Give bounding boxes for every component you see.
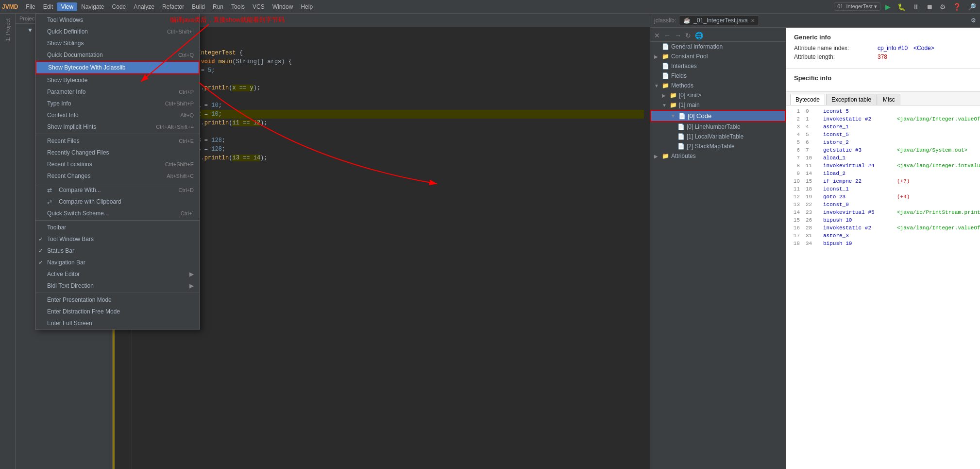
tree-node-fields[interactable]: 📄 Fields (650, 71, 786, 81)
menu-item-label: Navigation Bar (47, 259, 85, 266)
menu-refactor[interactable]: Refactor (158, 2, 188, 11)
project-tab[interactable]: 1: Project (4, 16, 12, 44)
menu-item-active-editor[interactable]: Active Editor▶ (35, 268, 200, 280)
coverage-button[interactable]: ⏸ (911, 2, 921, 12)
menu-vcs[interactable]: VCS (249, 2, 269, 11)
menu-shortcut: Ctrl+Shift+E (165, 161, 194, 167)
menu-item-presentation-mode[interactable]: Enter Presentation Mode (35, 294, 200, 306)
tree-node-attributes[interactable]: ▶ 📁 Attributes (650, 151, 786, 161)
menu-item-context-info[interactable]: Context InfoAlt+Q (35, 109, 200, 121)
specific-info-title: Specific info (794, 74, 972, 82)
bytecode-row: 34astore_1 (786, 123, 980, 131)
jclasslib-tab[interactable]: ☕ _01_IntegerTest.java ✕ (679, 16, 759, 25)
jc-back-btn[interactable]: ← (664, 32, 671, 39)
menu-item-distraction-free[interactable]: Enter Distraction Free Mode (35, 306, 200, 317)
tree-node-stack-map[interactable]: 📄 [2] StackMapTable (650, 141, 786, 151)
bc-tab-misc[interactable]: Misc (878, 94, 900, 105)
menu-help[interactable]: Help (297, 2, 317, 11)
bytecode-row: 1118iconst_1 (786, 185, 980, 193)
menu-item-type-info[interactable]: Type InfoCtrl+Shift+P (35, 98, 200, 109)
bc-row-arg: <java/lang/System.out> (897, 147, 967, 153)
menu-item-label: Recently Changed Files (47, 149, 109, 156)
menu-edit[interactable]: Edit (39, 2, 57, 11)
menu-item-tool-window-bars[interactable]: ✓Tool Window Bars (35, 233, 200, 245)
run-config-selector[interactable]: 01_IntegerTest ▾ (834, 2, 880, 11)
jclasslib-tab-icon: ☕ (683, 17, 691, 24)
menu-item-show-bytecode-jclasslib[interactable]: Show Bytecode With Jclasslib (35, 61, 200, 74)
tree-node-local-variable[interactable]: 📄 [1] LocalVariableTable (650, 132, 786, 141)
help-icon[interactable]: ❓ (951, 2, 963, 12)
menu-view[interactable]: View (57, 2, 77, 11)
bc-tab-bytecode[interactable]: Bytecode (790, 94, 825, 105)
bc-row-instruction: astore_1 (823, 124, 891, 130)
menu-item-recently-changed[interactable]: Recently Changed Files (35, 147, 200, 158)
bc-row-num: 9 (790, 171, 800, 176)
file-icon-lnt: 📄 (677, 123, 685, 130)
menu-item-tool-windows[interactable]: Tool Windows (35, 14, 200, 26)
menu-item-compare-clipboard[interactable]: ⇄Compare with Clipboard (35, 196, 200, 208)
code-editor[interactable]: package _10; public class _01_IntegerTes… (132, 27, 650, 469)
menu-code[interactable]: Code (108, 2, 130, 11)
bc-row-offset: 10 (806, 155, 817, 161)
bc-row-num: 17 (790, 233, 800, 239)
jc-external-btn[interactable]: 🌐 (695, 32, 703, 39)
jc-close-btn[interactable]: ✕ (654, 32, 660, 39)
menu-item-recent-locations[interactable]: Recent LocationsCtrl+Shift+E (35, 158, 200, 170)
tree-node-code[interactable]: ▼ 📄 [0] Code (650, 110, 786, 122)
code-line-18 (138, 180, 644, 189)
menu-item-full-screen[interactable]: Enter Full Screen (35, 317, 200, 329)
bc-row-offset: 34 (806, 241, 817, 246)
stop-button[interactable]: ⏹ (924, 2, 935, 12)
menu-item-quick-switch[interactable]: Quick Switch Scheme...Ctrl+` (35, 208, 200, 219)
tree-node-methods[interactable]: ▼ 📁 Methods (650, 81, 786, 90)
menu-shortcut: Ctrl+P (179, 89, 194, 95)
settings-icon[interactable]: ⚙ (938, 2, 948, 12)
menu-run[interactable]: Run (209, 2, 227, 11)
menu-item-compare-with[interactable]: ⇄Compare With...Ctrl+D (35, 184, 200, 196)
menu-build[interactable]: Build (188, 2, 209, 11)
menu-item-navigation-bar[interactable]: ✓Navigation Bar (35, 257, 200, 268)
bytecode-row: 914iload_2 (786, 170, 980, 177)
attr-name-value[interactable]: cp_info #10 (878, 45, 908, 52)
menu-window[interactable]: Window (269, 2, 297, 11)
menu-item-show-bytecode[interactable]: Show Bytecode (35, 74, 200, 86)
tree-node-interfaces[interactable]: 📄 Interfaces (650, 61, 786, 71)
menu-tools[interactable]: Tools (227, 2, 249, 11)
bc-row-offset: 31 (806, 233, 817, 239)
debug-button[interactable]: 🐛 (896, 2, 908, 12)
search-icon[interactable]: 🔎 (966, 2, 978, 12)
bc-row-num: 6 (790, 147, 800, 153)
tree-node-main[interactable]: ▼ 📁 [1] main (650, 100, 786, 110)
project-label: Project (19, 16, 36, 21)
jclasslib-tab-close[interactable]: ✕ (751, 18, 755, 23)
menu-analyze[interactable]: Analyze (130, 2, 158, 11)
jc-forward-btn[interactable]: → (675, 32, 681, 39)
menu-shortcut: Ctrl+Shift+I (167, 29, 194, 35)
menu-item-status-bar[interactable]: ✓Status Bar (35, 245, 200, 257)
menu-file[interactable]: File (22, 2, 39, 11)
bytecode-row: 1423invokevirtual #5<java/io/PrintStream… (786, 208, 980, 216)
menu-item-quick-documentation[interactable]: Quick DocumentationCtrl+Q (35, 49, 200, 61)
menu-item-parameter-info[interactable]: Parameter InfoCtrl+P (35, 86, 200, 98)
menu-item-recent-files[interactable]: Recent FilesCtrl+E (35, 135, 200, 147)
menu-item-show-siblings[interactable]: Show Siblings (35, 37, 200, 49)
code-line-5: Integer x = 5; (138, 66, 644, 75)
bc-tab-exception[interactable]: Exception table (826, 94, 877, 105)
tree-node-init[interactable]: ▶ 📁 [0] <init> (650, 90, 786, 100)
menubar: JVMD File Edit View Navigate Code Analyz… (0, 0, 980, 14)
jc-refresh-btn[interactable]: ↻ (685, 32, 691, 39)
menu-item-recent-changes[interactable]: Recent ChangesAlt+Shift+C (35, 170, 200, 182)
menu-item-toolbar[interactable]: Toolbar (35, 222, 200, 233)
tree-node-general-info[interactable]: 📄 General Information (650, 42, 786, 52)
run-button[interactable]: ▶ (883, 2, 893, 12)
tree-node-constant-pool[interactable]: ▶ 📁 Constant Pool (650, 52, 786, 61)
menu-navigate[interactable]: Navigate (77, 2, 108, 11)
menu-item-bidi-text[interactable]: Bidi Text Direction▶ (35, 280, 200, 292)
bc-row-instruction: bipush 10 (823, 241, 891, 246)
tree-node-lnt-label: [0] LineNumberTable (687, 123, 741, 130)
code-line-9: Integer i1 = 10; (138, 101, 644, 110)
menu-item-quick-definition[interactable]: Quick DefinitionCtrl+Shift+I (35, 26, 200, 37)
jclasslib-settings-icon[interactable]: ⚙ (971, 17, 976, 24)
menu-item-show-implicit-hints[interactable]: Show Implicit HintsCtrl+Alt+Shift+= (35, 121, 200, 133)
tree-node-line-number[interactable]: 📄 [0] LineNumberTable (650, 122, 786, 132)
